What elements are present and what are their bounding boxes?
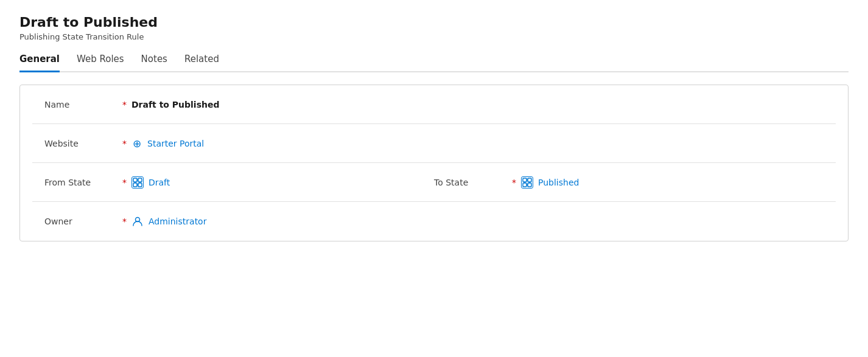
svg-rect-11 [528,183,531,187]
owner-value-text: Administrator [149,217,206,226]
website-required: * [122,139,127,148]
owner-value[interactable]: Administrator [131,215,206,227]
svg-rect-3 [138,183,142,187]
owner-field-group: Owner * Administrator [44,215,824,227]
svg-rect-10 [523,183,527,187]
to-state-puzzle-icon [521,176,533,189]
website-label: Website [44,139,117,148]
to-state-value-text: Published [538,178,579,187]
to-state-field-group: To State * Published [434,176,824,189]
tab-navigation: General Web Roles Notes Related [19,54,849,72]
from-state-value-text: Draft [149,178,170,187]
page-subtitle: Publishing State Transition Rule [19,32,849,41]
to-state-required: * [512,178,516,187]
name-field-group: Name * Draft to Published [44,100,824,109]
globe-icon: ⊕ [131,138,142,149]
svg-rect-1 [138,178,142,182]
website-field-group: Website * ⊕ Starter Portal [44,138,824,149]
owner-required: * [122,217,127,226]
from-state-required: * [122,178,127,187]
tab-web-roles[interactable]: Web Roles [77,54,124,72]
tab-notes[interactable]: Notes [141,54,167,72]
name-label: Name [44,100,117,109]
state-row: From State * Draft [32,163,836,202]
name-value[interactable]: Draft to Published [131,100,219,109]
tab-related[interactable]: Related [184,54,219,72]
to-state-label: To State [434,178,507,187]
name-required: * [122,100,127,109]
website-row: Website * ⊕ Starter Portal [32,124,836,163]
svg-rect-9 [528,178,531,182]
svg-rect-8 [523,178,527,182]
svg-rect-0 [133,178,137,182]
to-state-value[interactable]: Published [521,176,579,189]
from-state-label: From State [44,178,117,187]
from-state-value[interactable]: Draft [131,176,170,189]
user-icon [131,215,144,227]
svg-rect-2 [133,183,137,187]
tab-general[interactable]: General [19,54,60,72]
form-container: Name * Draft to Published Website * ⊕ St… [19,85,849,241]
owner-label: Owner [44,217,117,226]
from-state-puzzle-icon [131,176,144,189]
owner-row: Owner * Administrator [32,202,836,241]
website-value[interactable]: ⊕ Starter Portal [131,138,204,149]
name-row: Name * Draft to Published [32,85,836,124]
page-title: Draft to Published [19,15,849,30]
website-value-text: Starter Portal [147,139,204,148]
from-state-field-group: From State * Draft [44,176,434,189]
